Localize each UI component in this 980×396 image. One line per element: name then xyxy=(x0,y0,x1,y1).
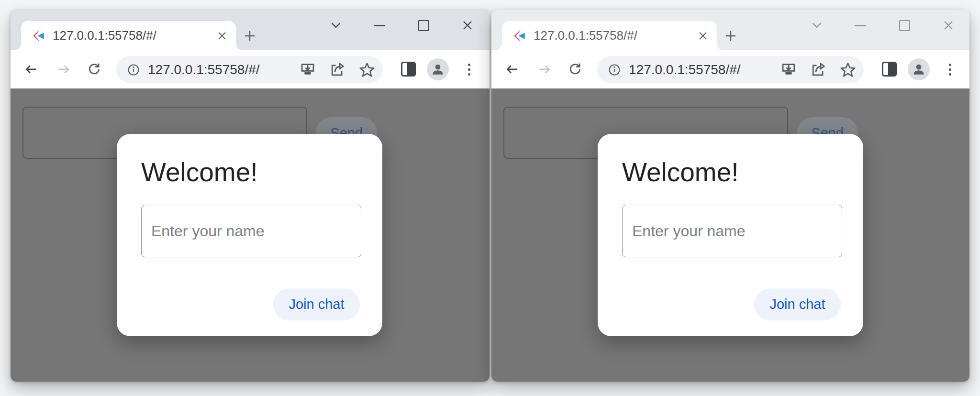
welcome-dialog: Welcome! Join chat xyxy=(117,134,382,336)
install-app-icon[interactable] xyxy=(300,62,316,78)
plus-icon xyxy=(243,29,257,43)
site-info-icon[interactable] xyxy=(127,63,140,77)
favicon-icon xyxy=(512,29,526,43)
reload-button[interactable] xyxy=(567,61,583,77)
name-input[interactable] xyxy=(622,205,842,257)
forward-arrow-icon xyxy=(56,62,71,77)
side-panel-icon xyxy=(888,63,895,75)
browser-menu-button[interactable] xyxy=(464,61,474,77)
tab-title: 127.0.0.1:55758/#/ xyxy=(53,28,215,43)
url-text[interactable]: 127.0.0.1:55758/#/ xyxy=(148,62,300,77)
reload-icon xyxy=(568,62,583,77)
side-panel-button[interactable] xyxy=(882,62,897,77)
tab-close-button[interactable] xyxy=(696,29,710,43)
join-chat-button[interactable]: Join chat xyxy=(754,288,841,320)
dialog-title: Welcome! xyxy=(141,157,258,187)
join-chat-button[interactable]: Join chat xyxy=(273,288,360,320)
close-icon xyxy=(697,30,709,42)
browser-tab[interactable]: 127.0.0.1:55758/#/ xyxy=(21,21,236,50)
tab-search-button[interactable] xyxy=(328,17,344,33)
url-text[interactable]: 127.0.0.1:55758/#/ xyxy=(629,62,780,77)
close-icon xyxy=(460,18,475,33)
minimize-button[interactable] xyxy=(852,17,869,33)
browser-tab[interactable]: 127.0.0.1:55758/#/ xyxy=(502,21,717,50)
back-button[interactable] xyxy=(23,61,39,77)
screenshot-canvas: 127.0.0.1:55758/#/ xyxy=(0,0,980,396)
tab-search-button[interactable] xyxy=(809,17,825,33)
address-bar[interactable]: 127.0.0.1:55758/#/ xyxy=(116,56,383,83)
new-tab-button[interactable] xyxy=(723,28,738,44)
maximize-button[interactable] xyxy=(415,17,432,33)
minimize-icon xyxy=(855,25,866,26)
person-icon xyxy=(911,62,926,77)
maximize-icon xyxy=(418,20,429,31)
share-icon[interactable] xyxy=(810,62,826,78)
forward-arrow-icon xyxy=(537,62,552,77)
side-panel-icon xyxy=(407,63,414,75)
kebab-dot xyxy=(468,68,470,71)
page-content-dimmed: Send Welcome! Join chat xyxy=(11,88,490,382)
dialog-title: Welcome! xyxy=(622,157,739,187)
tab-strip: 127.0.0.1:55758/#/ xyxy=(491,10,969,50)
reload-button[interactable] xyxy=(86,61,102,77)
share-icon[interactable] xyxy=(329,62,345,78)
favicon-icon xyxy=(32,29,45,43)
tab-title: 127.0.0.1:55758/#/ xyxy=(534,28,696,43)
close-icon xyxy=(216,30,228,42)
bookmark-star-icon[interactable] xyxy=(840,62,856,78)
tab-close-button[interactable] xyxy=(215,29,229,43)
browser-toolbar: 127.0.0.1:55758/#/ xyxy=(491,50,969,88)
maximize-icon xyxy=(899,20,910,31)
plus-icon xyxy=(724,29,738,43)
forward-button[interactable] xyxy=(56,61,72,77)
window-close-button[interactable] xyxy=(940,17,957,33)
browser-window-right: 127.0.0.1:55758/#/ xyxy=(491,10,969,382)
kebab-dot xyxy=(949,64,951,66)
browser-toolbar: 127.0.0.1:55758/#/ xyxy=(11,50,490,88)
kebab-dot xyxy=(468,73,470,76)
back-arrow-icon xyxy=(504,62,520,77)
page-content-dimmed: Send Welcome! Join chat xyxy=(491,88,969,382)
forward-button[interactable] xyxy=(536,61,553,77)
browser-menu-button[interactable] xyxy=(945,61,955,77)
profile-avatar-button[interactable] xyxy=(908,58,930,80)
reload-icon xyxy=(87,62,102,77)
new-tab-button[interactable] xyxy=(242,28,257,44)
welcome-dialog: Welcome! Join chat xyxy=(598,134,863,336)
chevron-down-icon xyxy=(809,18,824,33)
minimize-icon xyxy=(374,25,385,26)
maximize-button[interactable] xyxy=(896,17,913,33)
window-close-button[interactable] xyxy=(459,17,476,33)
close-icon xyxy=(941,18,956,33)
kebab-dot xyxy=(468,64,470,66)
install-app-icon[interactable] xyxy=(780,62,797,78)
person-icon xyxy=(430,62,445,77)
name-input[interactable] xyxy=(141,205,361,257)
profile-avatar-button[interactable] xyxy=(427,58,449,80)
kebab-dot xyxy=(949,68,951,71)
browser-window-left: 127.0.0.1:55758/#/ xyxy=(11,10,490,382)
back-button[interactable] xyxy=(504,61,520,77)
minimize-button[interactable] xyxy=(371,17,388,33)
chevron-down-icon xyxy=(328,18,344,33)
site-info-icon[interactable] xyxy=(608,63,621,77)
address-bar[interactable]: 127.0.0.1:55758/#/ xyxy=(597,56,864,83)
kebab-dot xyxy=(949,73,951,76)
tab-strip: 127.0.0.1:55758/#/ xyxy=(11,10,490,50)
side-panel-button[interactable] xyxy=(401,62,416,77)
back-arrow-icon xyxy=(23,62,39,77)
bookmark-star-icon[interactable] xyxy=(359,62,375,78)
